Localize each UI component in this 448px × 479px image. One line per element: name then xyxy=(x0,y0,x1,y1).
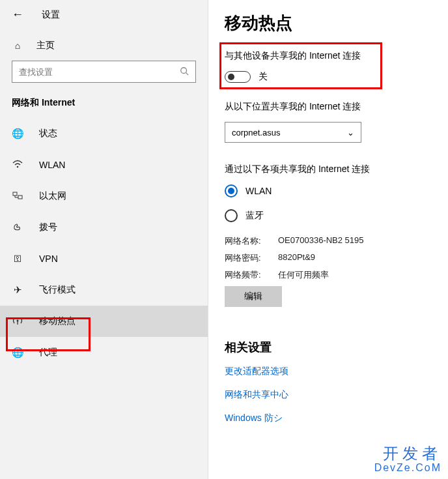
sidebar-item-label: 代理 xyxy=(39,347,57,358)
main-panel: 移动热点 与其他设备共享我的 Internet 连接 关 从以下位置共享我的 I… xyxy=(208,0,448,479)
sidebar-item-label: WLAN xyxy=(39,160,65,170)
sidebar-item-wlan[interactable]: WLAN xyxy=(0,149,208,181)
back-icon[interactable]: ← xyxy=(12,8,23,22)
sidebar: ← 设置 ⌂ 主页 网络和 Internet 🌐 状态 WLAN xyxy=(0,0,208,479)
ethernet-icon xyxy=(12,191,23,202)
sidebar-home[interactable]: ⌂ 主页 xyxy=(0,33,208,58)
sidebar-item-proxy[interactable]: 🌐 代理 xyxy=(0,337,208,368)
sidebar-section-label: 网络和 Internet xyxy=(0,92,208,118)
vpn-icon: ⚿ xyxy=(12,254,23,263)
svg-rect-3 xyxy=(13,192,17,196)
sidebar-item-ethernet[interactable]: 以太网 xyxy=(0,181,208,212)
svg-point-2 xyxy=(17,166,19,167)
watermark-cn: 开发者 xyxy=(383,445,441,462)
home-icon: ⌂ xyxy=(12,40,23,51)
info-key: 网络名称: xyxy=(225,235,278,247)
search-input-box[interactable] xyxy=(12,61,196,83)
link-network-sharing[interactable]: 网络和共享中心 xyxy=(225,389,448,401)
watermark: 开发者 DevZe.CoM xyxy=(374,445,441,474)
search-icon xyxy=(180,66,189,78)
hotspot-icon xyxy=(12,315,23,328)
sidebar-item-airplane[interactable]: ✈ 飞行模式 xyxy=(0,274,208,306)
edit-button[interactable]: 编辑 xyxy=(225,286,282,307)
info-value: OE0700336-NB2 5195 xyxy=(278,235,364,247)
sidebar-item-label: 拨号 xyxy=(39,222,57,233)
sidebar-item-hotspot[interactable]: 移动热点 xyxy=(0,306,208,337)
radio-bluetooth[interactable]: 蓝牙 xyxy=(225,209,448,222)
proxy-icon: 🌐 xyxy=(12,347,23,358)
radio-wlan[interactable]: WLAN xyxy=(225,184,448,197)
airplane-icon: ✈ xyxy=(12,284,23,296)
sidebar-item-dialup[interactable]: 拨号 xyxy=(0,212,208,243)
sidebar-item-label: VPN xyxy=(39,254,58,264)
watermark-en: DevZe.CoM xyxy=(374,462,441,474)
status-icon: 🌐 xyxy=(12,128,23,139)
link-windows-firewall[interactable]: Windows 防シ xyxy=(225,413,448,424)
sidebar-item-label: 以太网 xyxy=(39,190,66,202)
sidebar-item-label: 移动热点 xyxy=(39,315,76,327)
info-value: 任何可用频率 xyxy=(278,269,329,281)
share-toggle-label: 与其他设备共享我的 Internet 连接 xyxy=(225,50,448,62)
sidebar-item-label: 状态 xyxy=(39,128,57,139)
dialup-icon xyxy=(12,222,23,233)
window-header: ← 设置 xyxy=(0,8,208,33)
dropdown-value: corpnet.asus xyxy=(232,128,280,138)
radio-label: 蓝牙 xyxy=(245,210,264,222)
share-toggle[interactable] xyxy=(225,71,251,83)
share-from-dropdown[interactable]: corpnet.asus ⌄ xyxy=(225,122,361,143)
radio-icon xyxy=(225,209,238,222)
info-key: 网络密码: xyxy=(225,252,278,264)
sidebar-item-status[interactable]: 🌐 状态 xyxy=(0,118,208,149)
toggle-state-label: 关 xyxy=(259,71,268,83)
wifi-icon xyxy=(12,160,23,171)
window-title: 设置 xyxy=(42,9,60,21)
info-key: 网络频带: xyxy=(225,269,278,281)
svg-point-0 xyxy=(181,67,187,73)
link-adapter-options[interactable]: 更改适配器选项 xyxy=(225,366,448,377)
radio-label: WLAN xyxy=(245,186,272,196)
network-info: 网络名称:OE0700336-NB2 5195 网络密码:8820Pt&9 网络… xyxy=(225,235,448,307)
svg-line-1 xyxy=(186,72,189,75)
related-settings-title: 相关设置 xyxy=(225,340,448,355)
chevron-down-icon: ⌄ xyxy=(347,128,354,138)
share-via-label: 通过以下各项共享我的 Internet 连接 xyxy=(225,164,448,175)
search-input[interactable] xyxy=(19,67,180,77)
sidebar-item-label: 飞行模式 xyxy=(39,284,76,296)
svg-rect-4 xyxy=(18,196,22,199)
share-from-label: 从以下位置共享我的 Internet 连接 xyxy=(225,101,448,113)
sidebar-item-vpn[interactable]: ⚿ VPN xyxy=(0,243,208,274)
info-value: 8820Pt&9 xyxy=(278,252,315,264)
home-label: 主页 xyxy=(36,40,55,51)
page-title: 移动热点 xyxy=(225,12,448,35)
radio-icon xyxy=(225,184,238,197)
